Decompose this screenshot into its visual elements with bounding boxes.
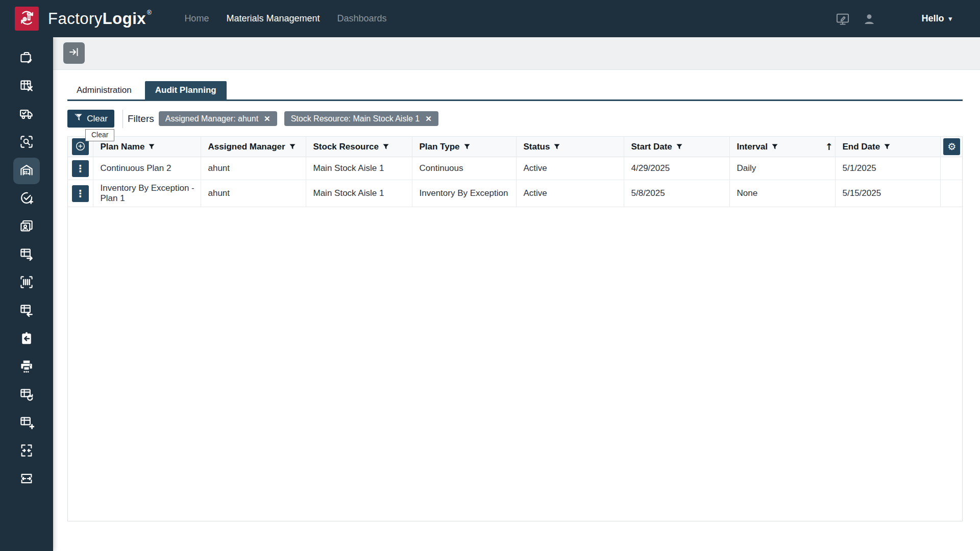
nav-link-dashboards[interactable]: Dashboards [337, 13, 386, 24]
print-icon [19, 359, 34, 376]
cell-assigned-manager: ahunt [201, 180, 306, 207]
expand-horizontal-icon [19, 471, 34, 488]
sort-ascending-icon[interactable]: ↑ [825, 141, 832, 152]
sidebar-item-audit-add[interactable] [13, 186, 40, 212]
main-content: Administration Audit Planning Clear Clea… [53, 70, 980, 551]
arrow-to-bar-icon [68, 46, 80, 60]
filter-chip-stock-resource[interactable]: Stock Resource: Main Stock Aisle 1 ✕ [284, 111, 438, 126]
filter-chip-label: Stock Resource: Main Stock Aisle 1 [291, 114, 420, 123]
table-row[interactable]: ⋮ Continuous Plan 2 ahunt Main Stock Ais… [68, 157, 963, 180]
nav-link-home[interactable]: Home [184, 13, 209, 24]
cell-assigned-manager: ahunt [201, 157, 306, 180]
user-menu[interactable]: Hello ▾ [921, 13, 952, 24]
cell-plan-name: Continuous Plan 2 [93, 157, 201, 180]
cell-end-date: 5/15/2025 [835, 180, 940, 207]
factorylogix-logo[interactable] [15, 7, 39, 31]
sidebar-item-expand[interactable] [13, 466, 40, 493]
column-header-stock-resource[interactable]: Stock Resource [306, 137, 412, 157]
navbar-right: Hello ▾ [823, 12, 952, 26]
user-avatar-icon[interactable] [862, 12, 876, 26]
cell-status: Active [516, 180, 624, 207]
cell-plan-type: Continuous [412, 157, 516, 180]
filter-chip-label: Assigned Manager: ahunt [165, 114, 258, 123]
panel-toggle-button[interactable] [63, 42, 85, 64]
sidebar-item-table-import[interactable] [13, 298, 40, 324]
sidebar-item-clipboard-return[interactable] [13, 326, 40, 353]
sidebar-item-shipments[interactable] [13, 102, 40, 128]
filter-bar: Clear Clear Filters Assigned Manager: ah… [67, 110, 963, 128]
column-header-interval[interactable]: Interval↑ [729, 137, 835, 157]
filter-funnel-icon[interactable] [676, 142, 682, 152]
cell-start-date: 5/8/2025 [624, 180, 729, 207]
sidebar-item-table-remove[interactable] [13, 73, 40, 100]
filter-funnel-icon[interactable] [772, 142, 778, 152]
filter-chip-assigned-manager[interactable]: Assigned Manager: ahunt ✕ [159, 111, 277, 126]
tab-bar: Administration Audit Planning [67, 81, 963, 101]
nav-link-materials-management[interactable]: Materials Management [226, 13, 320, 24]
header-settings-cell: ⚙ [940, 137, 963, 157]
cell-interval: Daily [729, 157, 835, 180]
table-export-icon [19, 246, 34, 264]
filter-funnel-icon[interactable] [149, 142, 155, 152]
sidebar-item-work-orders[interactable] [13, 45, 40, 72]
column-header-plan-type[interactable]: Plan Type [412, 137, 516, 157]
filter-funnel-icon[interactable] [884, 142, 890, 152]
sidebar-item-warehouse[interactable] [13, 158, 40, 184]
row-actions-button[interactable]: ⋮ [72, 160, 89, 177]
caret-down-icon: ▾ [948, 15, 952, 22]
contact-card-icon [19, 218, 34, 236]
cell-stock-resource: Main Stock Aisle 1 [306, 180, 412, 207]
filter-funnel-icon[interactable] [464, 142, 470, 152]
tab-audit-planning[interactable]: Audit Planning [145, 81, 227, 99]
column-header-start-date[interactable]: Start Date [624, 137, 729, 157]
table-refresh-icon [19, 387, 34, 404]
brand-wordmark: FactoryLogix® [48, 9, 152, 28]
cell-status: Active [516, 157, 624, 180]
user-menu-label: Hello [921, 13, 944, 24]
sub-toolbar [53, 37, 980, 70]
cell-stock-resource: Main Stock Aisle 1 [306, 157, 412, 180]
sidebar-item-scan-search[interactable] [13, 130, 40, 156]
sidebar-item-contacts[interactable] [13, 214, 40, 240]
filter-funnel-icon[interactable] [554, 142, 560, 152]
column-header-status[interactable]: Status [516, 137, 624, 157]
left-sidebar [0, 37, 53, 551]
sidebar-item-table-refresh[interactable] [13, 382, 40, 409]
sidebar-item-table-add[interactable] [13, 410, 40, 437]
vertical-ellipsis-icon: ⋮ [76, 164, 85, 173]
filter-bar-divider [122, 110, 123, 128]
table-add-icon [19, 415, 34, 432]
table-row[interactable]: ⋮ Inventory By Exception - Plan 1 ahunt … [68, 180, 963, 207]
monitor-edit-icon[interactable] [836, 12, 850, 26]
tab-administration[interactable]: Administration [67, 81, 141, 99]
logo-gear-bolt-icon [17, 8, 37, 30]
table-settings-button[interactable]: ⚙ [943, 138, 960, 155]
briefcase-edit-icon [19, 50, 34, 67]
filter-funnel-icon[interactable] [289, 142, 296, 152]
cell-plan-type: Inventory By Exception [412, 180, 516, 207]
cell-start-date: 4/29/2025 [624, 157, 729, 180]
top-navbar: FactoryLogix® Home Materials Management … [0, 0, 980, 37]
cell-settings [940, 157, 963, 180]
vertical-ellipsis-icon: ⋮ [76, 189, 85, 198]
row-actions-button[interactable]: ⋮ [72, 185, 89, 202]
table-import-icon [19, 303, 34, 320]
gear-icon: ⚙ [947, 142, 956, 152]
column-header-assigned-manager[interactable]: Assigned Manager [201, 137, 306, 157]
sidebar-item-table-export[interactable] [13, 242, 40, 268]
remove-filter-icon[interactable]: ✕ [425, 115, 432, 122]
warehouse-icon [19, 162, 34, 180]
column-header-end-date[interactable]: End Date [835, 137, 940, 157]
clear-tooltip: Clear [85, 129, 114, 141]
clear-filters-button[interactable]: Clear Clear [67, 110, 114, 128]
audit-plans-table: Plan Name Assigned Manager Stock Resourc… [67, 136, 963, 521]
barcode-scan-icon [19, 274, 34, 292]
remove-filter-icon[interactable]: ✕ [264, 115, 271, 122]
table-header-row: Plan Name Assigned Manager Stock Resourc… [68, 137, 963, 157]
filter-funnel-icon[interactable] [383, 142, 389, 152]
sidebar-item-print[interactable] [13, 354, 40, 381]
factorylogix-app: FactoryLogix® Home Materials Management … [0, 0, 980, 551]
sidebar-item-barcode-scan[interactable] [13, 270, 40, 296]
sidebar-item-collapse[interactable] [13, 438, 40, 465]
audit-add-icon [19, 190, 34, 208]
